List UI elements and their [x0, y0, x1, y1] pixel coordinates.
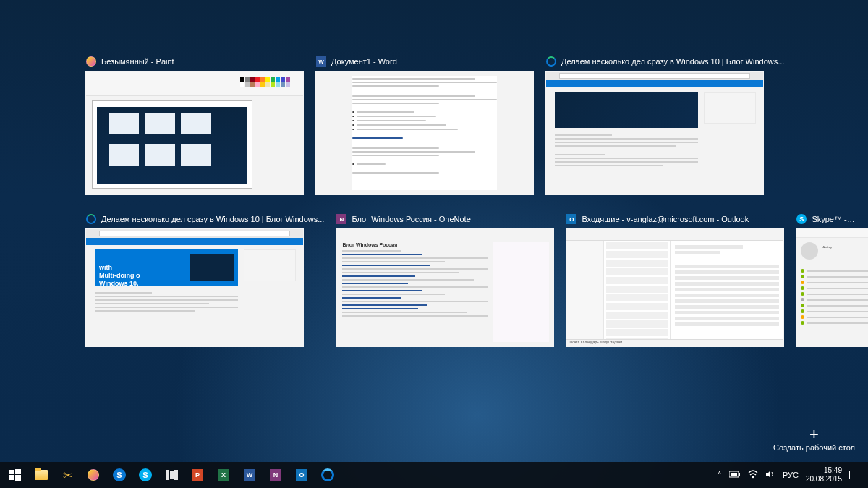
onenote-icon: N [336, 213, 347, 225]
tray-chevron-icon[interactable]: ˄ [718, 471, 722, 480]
task-thumbnail: withMulti-doing oWindows 10. [85, 228, 304, 347]
palette-icon [86, 468, 101, 482]
system-tray: ˄ РУС 15:49 20.08.2015 [712, 466, 865, 484]
svg-rect-2 [9, 475, 14, 480]
windows-icon [8, 468, 22, 482]
excel-icon: X [218, 469, 229, 481]
task-title: Документ1 - Word [331, 57, 397, 66]
task-thumbnail [85, 71, 304, 195]
word-icon: W [315, 56, 327, 67]
taskbar-outlook[interactable]: O [289, 462, 314, 488]
outlook-icon: O [566, 213, 577, 225]
plus-icon: + [773, 427, 855, 442]
taskbar-excel[interactable]: X [211, 462, 236, 488]
edge-icon [320, 468, 335, 482]
svg-rect-6 [731, 473, 737, 476]
svg-rect-1 [15, 469, 21, 474]
task-thumbnail [545, 71, 764, 195]
task-view-button[interactable] [159, 462, 184, 488]
taskbar-snipping[interactable]: ✂ [55, 462, 80, 488]
paint-icon [85, 56, 97, 67]
task-view: Безымянный - Paint W Документ1 - Word [85, 55, 854, 445]
new-desktop-label: Создать рабочий стол [773, 443, 855, 452]
task-thumb-edge-1[interactable]: Делаем несколько дел сразу в Windows 10 … [545, 55, 784, 195]
tray-language[interactable]: РУС [783, 471, 799, 479]
taskbar-lync[interactable]: S [107, 462, 132, 488]
task-title: Делаем несколько дел сразу в Windows 10 … [101, 215, 324, 223]
task-thumbnail: Andrey [796, 228, 868, 347]
edge-icon [85, 213, 97, 225]
task-thumb-outlook[interactable]: O Входящие - v-anglaz@microsoft.com - Ou… [566, 213, 784, 347]
word-icon: W [244, 469, 255, 481]
powerpoint-icon: P [192, 469, 203, 481]
task-title: Входящие - v-anglaz@microsoft.com - Outl… [582, 215, 749, 223]
skype-icon: S [139, 468, 152, 481]
svg-rect-5 [739, 473, 740, 476]
taskbar: ✂ S S P X W N O ˄ РУС 15:49 20.08.2015 [0, 462, 868, 488]
skype-icon: S [796, 213, 807, 225]
tray-clock[interactable]: 15:49 20.08.2015 [806, 466, 842, 484]
task-title: Делаем несколько дел сразу в Windows 10 … [561, 57, 784, 66]
svg-rect-0 [9, 470, 14, 474]
volume-icon[interactable] [765, 470, 775, 480]
task-thumbnail: Блог Windows Россия [336, 228, 554, 347]
task-title: Skype™ -… [812, 215, 854, 223]
scissors-icon: ✂ [60, 468, 75, 482]
action-center-icon[interactable] [849, 471, 859, 479]
task-title: Блог Windows Россия - OneNote [352, 215, 470, 223]
task-thumb-word[interactable]: W Документ1 - Word [315, 55, 534, 195]
new-desktop-button[interactable]: + Создать рабочий стол [773, 427, 855, 452]
task-thumb-paint[interactable]: Безымянный - Paint [85, 55, 304, 195]
tray-time: 15:49 [824, 466, 842, 475]
taskbar-skype[interactable]: S [133, 462, 158, 488]
onenote-icon: N [270, 469, 281, 481]
wifi-icon[interactable] [748, 470, 758, 480]
taskbar-word[interactable]: W [237, 462, 262, 488]
svg-point-7 [752, 476, 754, 478]
edge-icon [545, 56, 557, 67]
taskbar-file-explorer[interactable] [29, 462, 54, 488]
start-button[interactable] [3, 462, 27, 488]
taskbar-powerpoint[interactable]: P [185, 462, 210, 488]
task-thumbnail [315, 71, 534, 195]
task-view-icon [164, 468, 179, 482]
task-thumbnail: Почта Календарь Люди Задачи … [566, 228, 784, 347]
tray-date: 20.08.2015 [806, 475, 842, 484]
task-thumb-edge-2[interactable]: Делаем несколько дел сразу в Windows 10 … [85, 213, 324, 347]
taskbar-edge[interactable] [315, 462, 340, 488]
taskbar-paint[interactable] [81, 462, 106, 488]
task-thumb-onenote[interactable]: N Блог Windows Россия - OneNote Блог Win… [336, 213, 554, 347]
task-thumb-skype[interactable]: S Skype™ -… Andrey [796, 213, 868, 347]
taskbar-onenote[interactable]: N [263, 462, 288, 488]
task-title: Безымянный - Paint [101, 57, 174, 66]
folder-icon [34, 468, 48, 482]
lync-icon: S [113, 468, 126, 481]
battery-icon[interactable] [729, 471, 741, 479]
outlook-icon: O [296, 469, 307, 481]
svg-rect-3 [15, 475, 21, 481]
